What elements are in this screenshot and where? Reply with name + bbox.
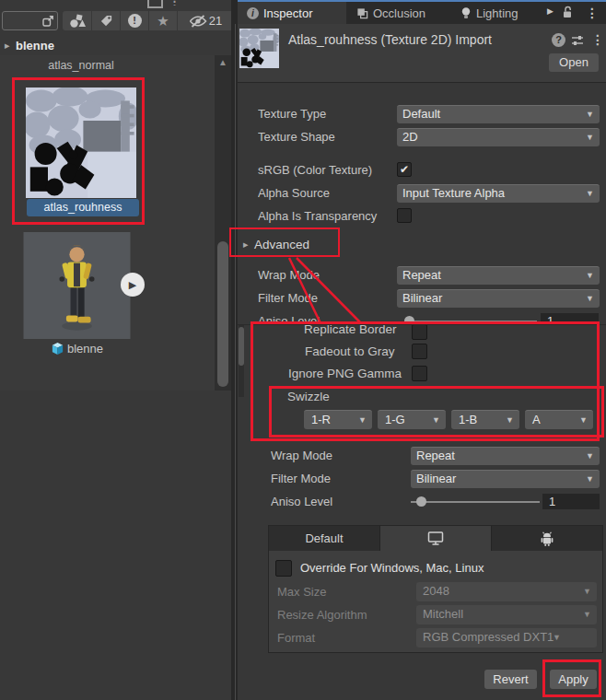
resize-algorithm-label: Resize Algorithm — [277, 608, 367, 622]
replicate-border-label: Replicate Border — [304, 324, 409, 339]
field-label: Alpha Source — [258, 186, 394, 202]
aniso-slider-knob[interactable] — [416, 496, 426, 507]
wrap-mode-row: Wrap Mode Repeat ▼ — [238, 264, 606, 287]
tab-inspector[interactable]: i Inspector — [238, 2, 346, 24]
presets-icon[interactable] — [571, 35, 584, 46]
field-label: Filter Mode — [271, 472, 405, 487]
fadeout-to-gray-checkbox[interactable] — [412, 344, 427, 359]
prefab-cube-icon — [51, 342, 64, 356]
android-icon — [539, 531, 555, 546]
occlusion-icon — [356, 7, 368, 19]
filter-mode-dropdown[interactable]: Bilinear ▼ — [397, 289, 600, 308]
chevron-down-icon: ▼ — [432, 411, 440, 429]
dropdown-value: Repeat — [416, 449, 455, 462]
dropdown-value: 1-B — [459, 413, 477, 426]
lock-icon[interactable] — [562, 6, 573, 19]
swizzle-r-dropdown[interactable]: 1-R ▼ — [304, 410, 372, 429]
blenne-model-thumbnail[interactable] — [23, 232, 131, 339]
favorites-button[interactable]: ★ — [149, 11, 177, 30]
shapes-icon — [69, 14, 86, 29]
foldout-arrow-icon: ▸ — [243, 239, 249, 251]
chevron-down-icon: ▼ — [506, 411, 514, 429]
field-label: Aniso Level — [271, 495, 405, 510]
dropdown-value: Repeat — [402, 268, 441, 282]
tree-item-label: blenne — [16, 39, 54, 52]
scroll-up-arrow-icon[interactable]: ▲ — [215, 57, 231, 67]
swizzle-b-dropdown[interactable]: 1-B ▼ — [451, 410, 519, 429]
tab-label: Inspector — [263, 6, 312, 20]
asset-caption-blenne[interactable]: blenne — [51, 342, 103, 356]
resize-algorithm-dropdown[interactable]: Mitchell ▼ — [416, 605, 597, 624]
srgb-row: sRGB (Color Texture) ✔ — [238, 159, 606, 182]
aniso-value-field[interactable]: 1 — [542, 494, 600, 509]
panel-splitter[interactable] — [231, 0, 238, 700]
swizzle-g-dropdown[interactable]: 1-G ▼ — [378, 410, 446, 429]
tag-icon — [99, 14, 113, 28]
project-scrollbar[interactable]: ▲ — [215, 55, 231, 391]
selected-asset-label[interactable]: atlas_rouhness — [27, 199, 139, 216]
search-field[interactable] — [2, 11, 58, 30]
alpha-is-transparency-checkbox[interactable] — [397, 208, 412, 223]
texture-type-dropdown[interactable]: Default ▼ — [397, 105, 600, 123]
open-in-new-window-icon[interactable] — [41, 15, 54, 28]
tab-kebab-menu-icon[interactable]: ⋮ — [586, 6, 599, 20]
aniso-slider[interactable] — [408, 321, 537, 322]
ignore-png-gamma-checkbox[interactable] — [412, 366, 427, 381]
asset-grid: atlas_normal atlas_rouhness — [0, 55, 215, 391]
hidden-items-button[interactable]: 21 — [178, 11, 233, 30]
alpha-source-dropdown[interactable]: Input Texture Alpha ▼ — [397, 184, 600, 203]
chevron-down-icon: ▼ — [583, 605, 591, 624]
dropdown-value: 1-G — [385, 413, 405, 426]
help-icon[interactable]: ? — [552, 33, 565, 47]
open-button[interactable]: Open — [549, 53, 599, 72]
advanced-foldout[interactable]: ▸ Advanced — [238, 235, 606, 258]
asset-label-atlas-normal[interactable]: atlas_normal — [0, 59, 162, 72]
overlay-scrollbar-thumb — [239, 327, 244, 366]
dropdown-value: Input Texture Alpha — [402, 186, 505, 200]
wrap-mode-dropdown[interactable]: Repeat ▼ — [411, 447, 600, 465]
project-panel: ⋮ — [0, 0, 231, 700]
filter-by-label-button[interactable] — [92, 11, 120, 30]
foldout-arrow-icon[interactable]: ▸ — [5, 40, 10, 52]
play-preview-button[interactable]: ▶ — [121, 273, 145, 297]
tree-item-blenne[interactable]: ▸ blenne — [0, 37, 231, 55]
tab-overflow-arrow-icon[interactable]: ▶ — [547, 6, 554, 16]
wrap-mode-dropdown[interactable]: Repeat ▼ — [397, 266, 600, 285]
platform-tab-standalone[interactable] — [380, 526, 492, 551]
filter-by-type-button[interactable] — [63, 11, 91, 30]
srgb-checkbox[interactable]: ✔ — [397, 162, 412, 177]
replicate-border-checkbox[interactable] — [412, 324, 427, 340]
import-header: Atlas_rouhness (Texture 2D) Import ? ⋮ O… — [238, 24, 606, 83]
filter-errors-button[interactable]: ! — [121, 11, 148, 30]
apply-button[interactable]: Apply — [550, 670, 597, 689]
platform-tab-android[interactable] — [492, 526, 602, 551]
dropdown-value: 1-R — [311, 413, 331, 426]
header-kebab-menu-icon[interactable]: ⋮ — [591, 32, 604, 47]
asset-caption-label: blenne — [67, 342, 103, 356]
texture-type-row: Texture Type Default ▼ — [238, 103, 606, 126]
project-filter-toolbar: ! ★ 21 — [63, 11, 233, 30]
field-label: sRGB (Color Texture) — [258, 163, 394, 179]
tab-occlusion[interactable]: Occlusion — [347, 2, 442, 24]
fadeout-to-gray-label: Fadeout to Gray — [305, 344, 409, 361]
aniso-slider[interactable] — [411, 501, 540, 503]
revert-button[interactable]: Revert — [484, 670, 537, 689]
override-checkbox[interactable] — [275, 560, 292, 577]
chevron-down-icon: ▼ — [586, 290, 594, 308]
filter-mode-dropdown[interactable]: Bilinear ▼ — [411, 470, 600, 488]
texture-shape-dropdown[interactable]: 2D ▼ — [397, 128, 600, 146]
tab-bar: i Inspector Occlusion Lighting ▶ — [238, 2, 606, 24]
tab-lighting[interactable]: Lighting — [442, 2, 545, 24]
tab-label: Occlusion — [373, 6, 425, 20]
field-label: Wrap Mode — [271, 449, 405, 464]
swizzle-a-dropdown[interactable]: A ▼ — [525, 410, 593, 429]
chevron-down-icon: ▼ — [586, 448, 594, 465]
platform-content: Override For Windows, Mac, Linux Max Siz… — [269, 551, 602, 652]
format-dropdown[interactable]: RGB Compressed DXT1 ▼ — [416, 628, 597, 648]
max-size-dropdown[interactable]: 2048 ▼ — [416, 582, 597, 601]
platform-tab-default[interactable]: Default — [269, 526, 380, 551]
platform-tabs: Default — [269, 526, 602, 551]
atlas-rouhness-thumbnail[interactable] — [26, 88, 136, 198]
filter-mode-row: Filter Mode Bilinear ▼ — [238, 287, 606, 310]
scrollbar-thumb[interactable] — [217, 241, 228, 387]
